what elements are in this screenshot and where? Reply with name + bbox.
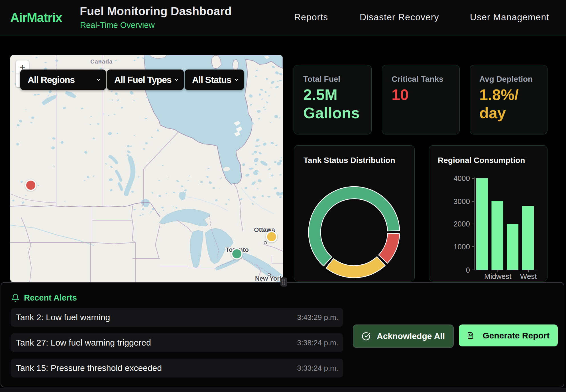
svg-text:New York: New York bbox=[255, 275, 283, 282]
svg-text:Canada: Canada bbox=[90, 58, 113, 65]
svg-text:0: 0 bbox=[466, 266, 470, 274]
svg-text:3000: 3000 bbox=[453, 197, 470, 206]
svg-text:4000: 4000 bbox=[453, 174, 470, 183]
svg-text:West: West bbox=[520, 272, 537, 281]
svg-text:2000: 2000 bbox=[453, 220, 470, 228]
svg-text:1000: 1000 bbox=[453, 242, 470, 251]
svg-text:Midwest: Midwest bbox=[484, 272, 512, 281]
